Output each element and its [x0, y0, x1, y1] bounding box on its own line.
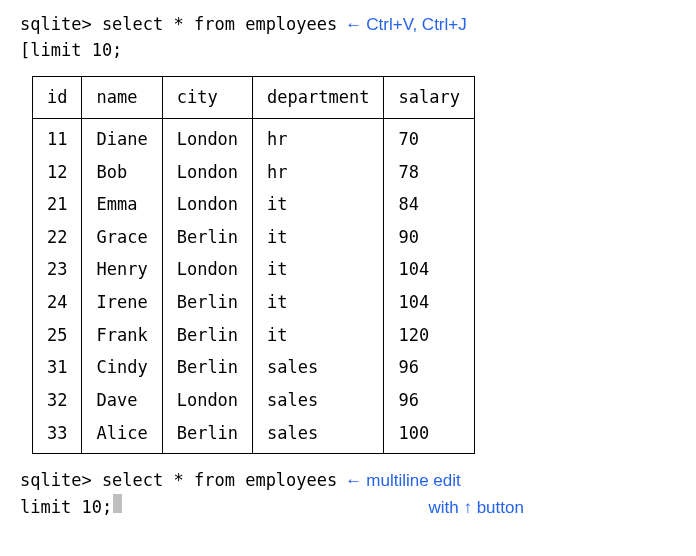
table-cell: 23 [33, 253, 82, 286]
table-row: 25FrankBerlinit120 [33, 319, 475, 352]
sql-prompt-1-line-1-text: sqlite> select * from employees [20, 12, 337, 37]
cursor-icon [113, 494, 122, 513]
table-cell: it [253, 253, 384, 286]
sql-prompt-1-line-2-text: [limit 10; [20, 38, 122, 63]
table-cell: Alice [82, 417, 162, 454]
table-cell: Berlin [162, 319, 252, 352]
table-cell: 70 [384, 118, 474, 155]
table-cell: London [162, 384, 252, 417]
table-cell: 84 [384, 188, 474, 221]
annotation-multiline-1-text: multiline edit [366, 471, 461, 490]
table-cell: Diane [82, 118, 162, 155]
table-cell: it [253, 286, 384, 319]
table-cell: 24 [33, 286, 82, 319]
sql-prompt-1-line-1: sqlite> select * from employees ←Ctrl+V,… [20, 12, 676, 38]
table-cell: 96 [384, 384, 474, 417]
table-cell: 21 [33, 188, 82, 221]
col-city: city [162, 77, 252, 119]
sql-prompt-2-line-1: sqlite> select * from employees ←multili… [20, 468, 676, 494]
table-row: 11DianeLondonhr70 [33, 118, 475, 155]
table-cell: Berlin [162, 351, 252, 384]
table-cell: Berlin [162, 221, 252, 254]
arrow-left-icon: ← [345, 471, 362, 490]
table-cell: Frank [82, 319, 162, 352]
table-row: 32DaveLondonsales96 [33, 384, 475, 417]
table-cell: 33 [33, 417, 82, 454]
table-cell: Grace [82, 221, 162, 254]
table-cell: 32 [33, 384, 82, 417]
table-cell: hr [253, 118, 384, 155]
col-salary: salary [384, 77, 474, 119]
table-row: 23HenryLondonit104 [33, 253, 475, 286]
result-table-wrap: id name city department salary 11DianeLo… [32, 76, 676, 454]
table-cell: London [162, 188, 252, 221]
table-cell: it [253, 319, 384, 352]
table-cell: 104 [384, 253, 474, 286]
col-department: department [253, 77, 384, 119]
table-row: 12BobLondonhr78 [33, 156, 475, 189]
sql-prompt-1-line-2: [limit 10; [20, 38, 676, 63]
table-cell: 31 [33, 351, 82, 384]
annotation-multiline-2: with ↑ button [428, 496, 523, 521]
table-cell: Henry [82, 253, 162, 286]
table-cell: hr [253, 156, 384, 189]
table-cell: 90 [384, 221, 474, 254]
sql-prompt-2-line-2-text: limit 10; [20, 495, 112, 520]
table-row: 31CindyBerlinsales96 [33, 351, 475, 384]
table-cell: 120 [384, 319, 474, 352]
table-cell: it [253, 188, 384, 221]
table-cell: Cindy [82, 351, 162, 384]
table-cell: London [162, 118, 252, 155]
table-cell: Emma [82, 188, 162, 221]
sql-prompt-2-line-2: limit 10; with ↑ button [20, 494, 676, 520]
annotation-shortcut-1-text: Ctrl+V, Ctrl+J [366, 15, 466, 34]
table-cell: 100 [384, 417, 474, 454]
table-cell: sales [253, 351, 384, 384]
table-cell: Dave [82, 384, 162, 417]
table-cell: London [162, 156, 252, 189]
table-row: 22GraceBerlinit90 [33, 221, 475, 254]
table-cell: 22 [33, 221, 82, 254]
table-cell: 11 [33, 118, 82, 155]
table-cell: 25 [33, 319, 82, 352]
result-table: id name city department salary 11DianeLo… [32, 76, 475, 454]
annotation-multiline-1: ←multiline edit [345, 469, 461, 494]
table-cell: London [162, 253, 252, 286]
col-name: name [82, 77, 162, 119]
table-cell: 78 [384, 156, 474, 189]
table-row: 21EmmaLondonit84 [33, 188, 475, 221]
arrow-left-icon: ← [345, 15, 362, 34]
table-cell: sales [253, 384, 384, 417]
table-cell: Berlin [162, 286, 252, 319]
table-cell: sales [253, 417, 384, 454]
table-cell: 104 [384, 286, 474, 319]
table-row: 24IreneBerlinit104 [33, 286, 475, 319]
table-cell: Berlin [162, 417, 252, 454]
table-cell: Irene [82, 286, 162, 319]
table-cell: 96 [384, 351, 474, 384]
table-cell: it [253, 221, 384, 254]
table-header-row: id name city department salary [33, 77, 475, 119]
table-cell: Bob [82, 156, 162, 189]
table-row: 33AliceBerlinsales100 [33, 417, 475, 454]
col-id: id [33, 77, 82, 119]
sql-prompt-2-line-1-text: sqlite> select * from employees [20, 468, 337, 493]
table-cell: 12 [33, 156, 82, 189]
annotation-shortcut-1: ←Ctrl+V, Ctrl+J [345, 13, 466, 38]
